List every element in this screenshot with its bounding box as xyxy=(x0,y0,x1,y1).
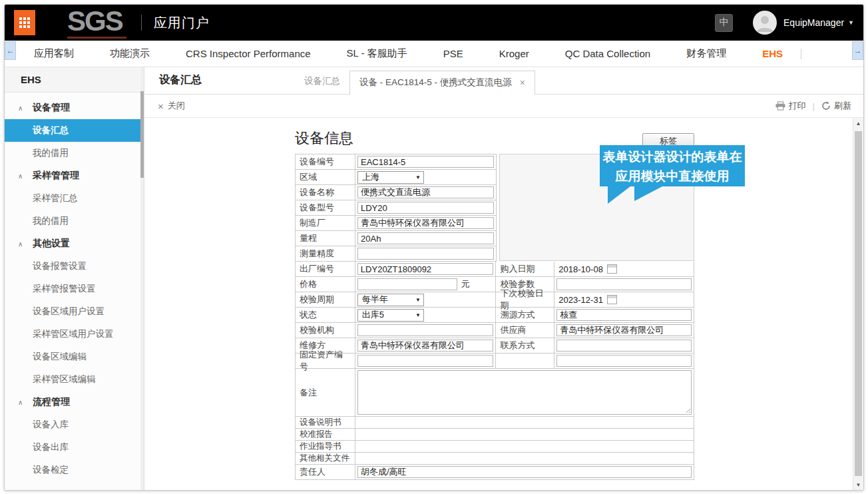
date-value: 2023-12-31 xyxy=(558,295,603,305)
field-label: 状态 xyxy=(296,308,355,323)
header-divider xyxy=(141,15,142,31)
form-row: 设备名称 xyxy=(296,185,497,200)
status-select[interactable]: 出库5▼ xyxy=(357,309,424,322)
region-select[interactable]: 上海▼ xyxy=(357,171,424,184)
nav-tab-crs-inspector-performance[interactable]: CRS Inspector Performance xyxy=(168,48,329,59)
device-manual-cell[interactable] xyxy=(355,417,694,429)
calibration-param-input[interactable] xyxy=(556,278,692,290)
price-input[interactable] xyxy=(357,278,457,290)
nav-tab-sl-service-assistant[interactable]: SL - 客服助手 xyxy=(329,47,425,60)
remarks-textarea[interactable] xyxy=(357,370,692,415)
doc-tab-device-detail[interactable]: 设备 - EAC1814-5 - 便携式交直流电源 × xyxy=(349,71,535,95)
sidebar-item-device-verification[interactable]: 设备检定 xyxy=(5,459,144,481)
sidebar-group-other-settings[interactable]: ∧ 其他设置 xyxy=(5,232,144,255)
nav-tab-kroger[interactable]: Kroger xyxy=(481,48,547,59)
extra-input[interactable] xyxy=(556,355,692,367)
main-pane: 设备汇总 设备汇总 设备 - EAC1814-5 - 便携式交直流电源 × × … xyxy=(144,67,863,491)
field-label: 设备型号 xyxy=(296,200,355,216)
sidebar-item-device-region-edit[interactable]: 设备区域编辑 xyxy=(5,346,144,368)
nav-scroll-left-button[interactable]: ← xyxy=(5,41,16,60)
field-label: 备注 xyxy=(296,369,355,417)
calibration-cycle-select[interactable]: 每半年▼ xyxy=(357,294,424,306)
purchase-date-field[interactable]: 2018-10-08 xyxy=(554,264,617,274)
trace-method-input[interactable] xyxy=(556,309,692,321)
fixed-asset-no-input[interactable] xyxy=(357,355,494,367)
nav-tab-ehs[interactable]: EHS xyxy=(744,48,801,59)
sidebar-item-tube-region-edit[interactable]: 采样管区域编辑 xyxy=(5,368,144,391)
toolbar-divider: | xyxy=(813,101,815,111)
language-toggle-button[interactable]: 中 xyxy=(715,14,733,32)
refresh-button[interactable]: 刷新 xyxy=(821,100,851,112)
owner-input[interactable] xyxy=(357,466,692,478)
select-value: 上海 xyxy=(362,171,379,183)
calibration-report-cell[interactable] xyxy=(355,429,694,441)
doc-tab-device-summary[interactable]: 设备汇总 xyxy=(295,75,349,94)
scroll-up-icon[interactable]: ▲ xyxy=(853,118,863,129)
nav-tab-finance[interactable]: 财务管理 xyxy=(668,47,744,60)
sidebar-scrollbar-thumb[interactable] xyxy=(140,91,144,178)
user-menu-caret-icon[interactable]: ▼ xyxy=(848,19,854,26)
print-button[interactable]: 打印 xyxy=(775,100,806,112)
other-files-cell[interactable] xyxy=(355,453,694,465)
app-nav-bar: ← 应用客制 功能演示 CRS Inspector Performance SL… xyxy=(5,41,863,67)
calendar-icon[interactable] xyxy=(607,264,617,274)
sidebar-title: EHS xyxy=(5,67,144,93)
sidebar-item-device-outbound[interactable]: 设备出库 xyxy=(5,436,144,459)
scroll-down-icon[interactable]: ▼ xyxy=(853,479,863,491)
sidebar-item-my-borrow-tube[interactable]: 我的借用 xyxy=(5,210,144,232)
sidebar-item-tube-summary[interactable]: 采样管汇总 xyxy=(5,187,144,210)
print-label: 打印 xyxy=(789,100,806,112)
sidebar-item-device-region-user-settings[interactable]: 设备区域用户设置 xyxy=(5,300,144,323)
accuracy-input[interactable] xyxy=(357,248,494,260)
nav-tab-pse[interactable]: PSE xyxy=(425,48,481,59)
toolbar-right: 打印 | 刷新 xyxy=(775,100,851,112)
user-name[interactable]: EquipManager xyxy=(783,17,844,28)
collapse-caret-icon: ∧ xyxy=(18,399,33,406)
supplier-input[interactable] xyxy=(556,324,692,336)
range-input[interactable] xyxy=(357,232,494,244)
sidebar-group-process-mgmt[interactable]: ∧ 流程管理 xyxy=(5,391,144,413)
apps-grid-icon xyxy=(19,17,30,28)
form-bottom-rows: 备注 设备说明书 校准报告 作业指导书 其他相关文件 xyxy=(295,369,694,480)
form-row: 价格 元 校验参数 xyxy=(296,277,694,292)
sidebar-item-device-inbound[interactable]: 设备入库 xyxy=(5,413,144,436)
collapse-caret-icon: ∧ xyxy=(18,105,33,112)
nav-tab-qc-data-collection[interactable]: QC Data Collection xyxy=(547,48,668,59)
form-row: 设备编号 xyxy=(296,154,497,170)
apps-grid-button[interactable] xyxy=(14,10,35,35)
sidebar-item-device-summary[interactable]: 设备汇总 xyxy=(5,119,144,142)
sidebar-item-tube-region-user-settings[interactable]: 采样管区域用户设置 xyxy=(5,323,144,346)
close-tab-icon[interactable]: × xyxy=(520,77,525,88)
sidebar-item-my-borrow[interactable]: 我的借用 xyxy=(5,142,144,164)
close-label: 关闭 xyxy=(168,100,185,112)
vertical-scrollbar[interactable]: ▲ ▼ xyxy=(853,118,863,491)
next-calibration-date-field[interactable]: 2023-12-31 xyxy=(554,295,617,305)
device-name-input[interactable] xyxy=(357,186,494,198)
nav-tab-feature-demo[interactable]: 功能演示 xyxy=(92,47,168,60)
sidebar-item-tube-alarm-settings[interactable]: 采样管报警设置 xyxy=(5,278,144,300)
select-value: 出库5 xyxy=(362,309,384,321)
calendar-icon[interactable] xyxy=(607,295,617,304)
scrollbar-thumb[interactable] xyxy=(855,131,862,476)
app-window: SGS 应用门户 中 EquipManager ▼ ← 应用客制 功能演示 CR… xyxy=(4,4,864,491)
user-avatar[interactable] xyxy=(753,11,777,35)
factory-no-input[interactable] xyxy=(357,263,494,275)
calibration-org-input[interactable] xyxy=(357,324,494,336)
close-button[interactable]: × 关闭 xyxy=(158,100,185,112)
manufacturer-input[interactable] xyxy=(357,217,494,229)
nav-scroll-right-button[interactable]: → xyxy=(852,41,863,60)
device-no-input[interactable] xyxy=(357,156,494,168)
form-pair-rows: 出厂编号 购入日期 2018-10-08 价格 元 校验参数 校验周 xyxy=(295,262,694,369)
contact-input[interactable] xyxy=(556,340,692,352)
maintainer-input[interactable] xyxy=(357,340,494,352)
nav-tab-app-custom[interactable]: 应用客制 xyxy=(16,47,92,60)
field-label: 出厂编号 xyxy=(296,262,355,277)
field-label: 量程 xyxy=(296,231,355,246)
device-model-input[interactable] xyxy=(357,202,494,214)
form-row: 校准报告 xyxy=(296,429,694,441)
work-instruction-cell[interactable] xyxy=(355,441,694,453)
sidebar-item-device-alarm-settings[interactable]: 设备报警设置 xyxy=(5,255,144,278)
sidebar-group-label: 采样管管理 xyxy=(33,170,79,182)
sidebar-group-device-mgmt[interactable]: ∧ 设备管理 xyxy=(5,97,144,119)
sidebar-group-sampling-tube-mgmt[interactable]: ∧ 采样管管理 xyxy=(5,164,144,187)
